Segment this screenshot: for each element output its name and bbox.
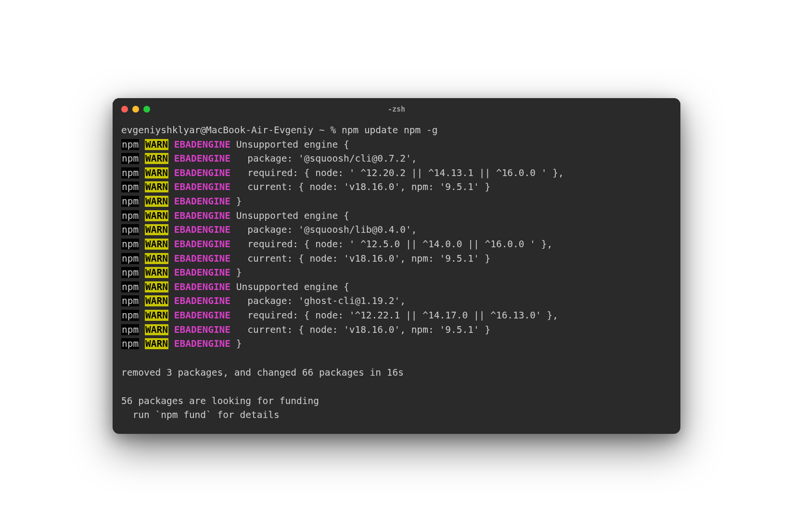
blank-line: [121, 380, 672, 394]
titlebar: -zsh: [113, 98, 680, 117]
warn-label: WARN: [145, 210, 168, 221]
npm-prefix: npm: [121, 239, 139, 250]
warn-label: WARN: [145, 224, 168, 235]
window-title: -zsh: [121, 105, 672, 114]
warn-line: npm WARN EBADENGINE Unsupported engine {: [121, 209, 672, 223]
warn-label: WARN: [145, 281, 168, 292]
warn-label: WARN: [145, 295, 168, 306]
warn-message: }: [230, 338, 242, 349]
npm-prefix: npm: [121, 139, 139, 150]
warn-line: npm WARN EBADENGINE }: [121, 194, 672, 209]
npm-prefix: npm: [121, 324, 139, 335]
warn-message: package: '@squoosh/cli@0.7.2',: [230, 153, 417, 164]
warn-line: npm WARN EBADENGINE current: { node: 'v1…: [121, 323, 672, 337]
warn-label: WARN: [145, 139, 168, 150]
close-icon[interactable]: [121, 106, 128, 113]
prompt-cwd: ~: [319, 125, 325, 136]
npm-prefix: npm: [121, 281, 139, 292]
npm-prefix: npm: [121, 338, 139, 349]
warn-line: npm WARN EBADENGINE package: '@squoosh/c…: [121, 152, 672, 166]
warn-code: EBADENGINE: [174, 196, 230, 207]
npm-prefix: npm: [121, 167, 139, 178]
warn-label: WARN: [145, 324, 168, 335]
prompt-line: evgeniyshklyar@MacBook-Air-Evgeniy ~ % n…: [121, 123, 672, 138]
warn-code: EBADENGINE: [174, 310, 230, 321]
summary-removed: removed 3 packages, and changed 66 packa…: [121, 366, 672, 380]
npm-prefix: npm: [121, 153, 139, 164]
warn-label: WARN: [145, 253, 168, 264]
warn-code: EBADENGINE: [174, 239, 230, 250]
warn-message: Unsupported engine {: [230, 139, 349, 150]
warn-code: EBADENGINE: [174, 210, 230, 221]
warn-message: }: [230, 196, 242, 207]
warn-code: EBADENGINE: [174, 224, 230, 235]
warn-message: required: { node: ' ^12.20.2 || ^14.13.1…: [230, 167, 564, 178]
npm-prefix: npm: [121, 224, 139, 235]
warn-line: npm WARN EBADENGINE required: { node: '^…: [121, 308, 672, 323]
warn-code: EBADENGINE: [174, 267, 230, 278]
warn-label: WARN: [145, 153, 168, 164]
warn-label: WARN: [145, 338, 168, 349]
warn-line: npm WARN EBADENGINE }: [121, 266, 672, 280]
terminal-body[interactable]: evgeniyshklyar@MacBook-Air-Evgeniy ~ % n…: [113, 117, 680, 434]
maximize-icon[interactable]: [143, 106, 150, 113]
warn-message: current: { node: 'v18.16.0', npm: '9.5.1…: [230, 181, 490, 192]
warn-label: WARN: [145, 167, 168, 178]
warning-lines: npm WARN EBADENGINE Unsupported engine {…: [121, 138, 672, 351]
npm-prefix: npm: [121, 310, 139, 321]
warn-code: EBADENGINE: [174, 253, 230, 264]
warn-line: npm WARN EBADENGINE Unsupported engine {: [121, 138, 672, 152]
npm-prefix: npm: [121, 196, 139, 207]
warn-code: EBADENGINE: [174, 153, 230, 164]
npm-prefix: npm: [121, 253, 139, 264]
warn-label: WARN: [145, 239, 168, 250]
warn-line: npm WARN EBADENGINE Unsupported engine {: [121, 280, 672, 294]
warn-message: Unsupported engine {: [230, 281, 349, 292]
warn-message: Unsupported engine {: [230, 210, 349, 221]
warn-code: EBADENGINE: [174, 281, 230, 292]
warn-line: npm WARN EBADENGINE current: { node: 'v1…: [121, 180, 672, 194]
prompt-symbol: %: [330, 125, 336, 136]
blank-line: [121, 351, 672, 366]
traffic-lights: [121, 106, 150, 113]
warn-code: EBADENGINE: [174, 167, 230, 178]
warn-message: current: { node: 'v18.16.0', npm: '9.5.1…: [230, 324, 490, 335]
prompt-user-host: evgeniyshklyar@MacBook-Air-Evgeniy: [121, 125, 313, 136]
minimize-icon[interactable]: [132, 106, 139, 113]
warn-message: package: '@squoosh/lib@0.4.0',: [230, 224, 417, 235]
npm-prefix: npm: [121, 210, 139, 221]
warn-label: WARN: [145, 267, 168, 278]
warn-label: WARN: [145, 196, 168, 207]
warn-line: npm WARN EBADENGINE current: { node: 'v1…: [121, 252, 672, 266]
warn-message: required: { node: '^12.22.1 || ^14.17.0 …: [230, 310, 558, 321]
warn-message: required: { node: ' ^12.5.0 || ^14.0.0 |…: [230, 239, 552, 250]
npm-prefix: npm: [121, 267, 139, 278]
warn-code: EBADENGINE: [174, 181, 230, 192]
summary-fund-hint: run `npm fund` for details: [121, 408, 672, 422]
warn-line: npm WARN EBADENGINE }: [121, 337, 672, 351]
prompt-command: npm update npm -g: [342, 125, 438, 136]
warn-line: npm WARN EBADENGINE required: { node: ' …: [121, 166, 672, 180]
warn-message: }: [230, 267, 242, 278]
warn-line: npm WARN EBADENGINE package: 'ghost-cli@…: [121, 294, 672, 308]
warn-code: EBADENGINE: [174, 295, 230, 306]
terminal-window: -zsh evgeniyshklyar@MacBook-Air-Evgeniy …: [113, 98, 680, 434]
npm-prefix: npm: [121, 181, 139, 192]
warn-message: current: { node: 'v18.16.0', npm: '9.5.1…: [230, 253, 490, 264]
npm-prefix: npm: [121, 295, 139, 306]
warn-line: npm WARN EBADENGINE required: { node: ' …: [121, 237, 672, 252]
warn-label: WARN: [145, 181, 168, 192]
warn-line: npm WARN EBADENGINE package: '@squoosh/l…: [121, 223, 672, 237]
warn-code: EBADENGINE: [174, 324, 230, 335]
summary-funding: 56 packages are looking for funding: [121, 394, 672, 408]
warn-label: WARN: [145, 310, 168, 321]
warn-code: EBADENGINE: [174, 338, 230, 349]
warn-message: package: 'ghost-cli@1.19.2',: [230, 295, 406, 306]
warn-code: EBADENGINE: [174, 139, 230, 150]
